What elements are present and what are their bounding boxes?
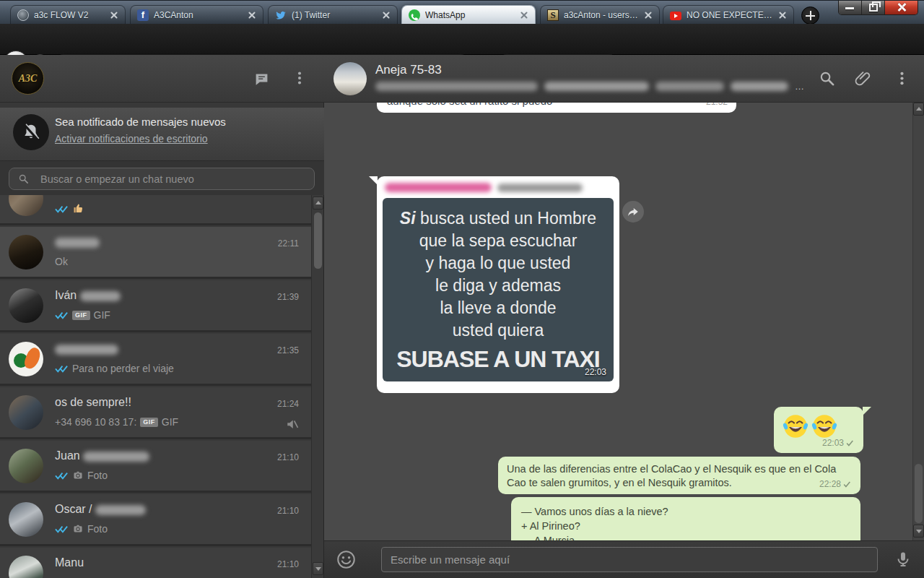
message-outgoing-text: — Vamos unos días a la nieve? + Al Pirin… bbox=[511, 497, 860, 540]
share-forward-icon bbox=[627, 205, 640, 218]
tab-close-icon[interactable] bbox=[520, 11, 528, 20]
tab-facebook[interactable]: f A3CAnton bbox=[130, 5, 263, 25]
redacted-participants bbox=[544, 82, 649, 91]
avatar bbox=[9, 195, 43, 216]
scroll-up-button[interactable] bbox=[313, 197, 323, 210]
notification-title: Sea notificado de mensajes nuevos bbox=[55, 116, 226, 128]
kebab-menu-icon[interactable] bbox=[894, 70, 910, 87]
list-item[interactable]: os de sempre!! 21:24 +34 696 10 83 17: G… bbox=[0, 387, 312, 439]
tab-whatsapp-active[interactable]: WhatsApp bbox=[401, 5, 536, 25]
scroll-down-button[interactable] bbox=[913, 525, 924, 538]
message-incoming-partial: aunque solo sea un ratito si puedo 21:52 bbox=[377, 103, 736, 113]
list-item-partial[interactable] bbox=[0, 195, 312, 225]
chat-time: 21:39 bbox=[277, 292, 299, 302]
bell-muted-icon bbox=[13, 114, 49, 150]
message-line: + Al Pirineo? bbox=[511, 519, 860, 533]
conversation-scrollbar bbox=[912, 103, 924, 540]
window-close-button[interactable] bbox=[885, 1, 918, 14]
new-chat-icon[interactable] bbox=[254, 72, 269, 87]
message-text: aunque solo sea un ratito si puedo bbox=[387, 103, 552, 107]
list-item[interactable]: 22:11 Ok bbox=[0, 227, 312, 279]
list-item[interactable]: Iván 21:39 GIF GIF bbox=[0, 280, 312, 332]
whatsapp-favicon bbox=[409, 9, 420, 21]
tab-title: A3CAnton bbox=[154, 10, 243, 20]
chat-search-box[interactable] bbox=[9, 168, 315, 190]
youtube-favicon bbox=[670, 12, 681, 20]
face-with-tears-of-joy-emoji bbox=[811, 413, 837, 439]
double-check-icon bbox=[55, 204, 69, 213]
message-time: 21:52 bbox=[706, 103, 728, 107]
tab-close-icon[interactable] bbox=[644, 11, 653, 20]
scroll-up-button[interactable] bbox=[913, 103, 924, 116]
chat-name: Iván bbox=[55, 289, 121, 302]
forward-message-button[interactable] bbox=[622, 201, 644, 223]
new-tab-button[interactable] bbox=[801, 7, 819, 25]
chat-search-input[interactable] bbox=[39, 173, 305, 186]
camera-icon bbox=[72, 470, 84, 480]
participants-line: … bbox=[375, 81, 804, 92]
tab-twitter[interactable]: (1) Twitter bbox=[268, 5, 398, 25]
search-conversation-icon[interactable] bbox=[819, 70, 835, 87]
profile-avatar[interactable]: A3C bbox=[12, 62, 44, 95]
double-check-icon bbox=[55, 471, 69, 480]
microphone-icon[interactable] bbox=[894, 551, 912, 568]
tab-close-icon[interactable] bbox=[382, 11, 391, 20]
browser-nav-bar: https://web.whatsapp.com/ S bbox=[0, 24, 924, 55]
window-controls bbox=[838, 1, 918, 15]
chat-preview: GIF GIF bbox=[55, 309, 110, 321]
redacted-name bbox=[80, 291, 121, 301]
avatar bbox=[9, 449, 43, 483]
message-incoming-image: Si busca usted un Hombre que la sepa esc… bbox=[377, 176, 619, 393]
avatar bbox=[9, 502, 43, 537]
camera-icon bbox=[72, 524, 84, 534]
chat-time: 21:35 bbox=[277, 345, 299, 355]
meme-image[interactable]: Si busca usted un Hombre que la sepa esc… bbox=[383, 198, 614, 381]
enable-notifications-link[interactable]: Activar notificaciones de escritorio bbox=[55, 133, 208, 144]
kebab-menu-icon[interactable] bbox=[292, 70, 308, 86]
tab-close-icon[interactable] bbox=[110, 11, 118, 20]
chat-name: Juan bbox=[55, 449, 149, 462]
tab-userstyle[interactable]: S a3cAnton - userstyle… bbox=[540, 5, 660, 25]
scrollbar-thumb[interactable] bbox=[314, 212, 322, 269]
avatar bbox=[9, 235, 43, 269]
paperclip-icon[interactable] bbox=[855, 70, 871, 87]
message-input[interactable] bbox=[381, 547, 878, 572]
redacted-name bbox=[95, 505, 146, 515]
tab-close-icon[interactable] bbox=[778, 11, 787, 20]
sender-line bbox=[385, 183, 583, 192]
redacted-participants bbox=[655, 82, 724, 91]
tab-a3c-flow[interactable]: a3c FLOW V2 bbox=[10, 5, 126, 25]
stylish-favicon: S bbox=[547, 9, 559, 21]
window-minimize-button[interactable] bbox=[839, 1, 862, 14]
tab-title: (1) Twitter bbox=[292, 10, 377, 20]
search-zone bbox=[0, 161, 324, 195]
browser-window: a3c FLOW V2 f A3CAnton (1) Twitter Whats… bbox=[0, 0, 924, 578]
notification-banner[interactable]: Sea notificado de mensajes nuevos Activa… bbox=[0, 108, 324, 161]
chat-list: 22:11 Ok Iván 21:39 GIF GIF 2 bbox=[0, 195, 312, 578]
conversation-header[interactable]: Aneja 75-83 … bbox=[324, 55, 924, 103]
tab-title: WhatsApp bbox=[425, 10, 515, 20]
chat-preview: Ok bbox=[55, 256, 68, 267]
list-item[interactable]: Oscar / 21:10 Foto bbox=[0, 494, 312, 546]
emoji-smiley-icon[interactable] bbox=[336, 550, 356, 569]
chat-preview: Foto bbox=[55, 470, 108, 481]
face-with-tears-of-joy-emoji bbox=[783, 413, 808, 439]
chat-name: os de sempre!! bbox=[55, 396, 131, 409]
scroll-down-button[interactable] bbox=[313, 562, 323, 575]
message-outgoing-text: Una de las diferencias entre el ColaCao … bbox=[498, 457, 860, 494]
list-item[interactable]: Manu 21:10 Foto bbox=[0, 548, 312, 578]
a3c-flow-favicon bbox=[17, 9, 29, 21]
whatsapp-web-app: A3C Sea notificado de mensajes nuevos Ac… bbox=[0, 55, 924, 578]
list-item[interactable]: 21:35 Para no perder el viaje bbox=[0, 334, 312, 386]
speaker-muted-icon bbox=[286, 418, 299, 431]
facebook-favicon: f bbox=[137, 9, 149, 21]
list-item[interactable]: Juan 21:10 Foto bbox=[0, 441, 312, 493]
group-avatar[interactable] bbox=[334, 62, 367, 95]
tab-youtube[interactable]: NO ONE EXPECTED … bbox=[663, 5, 794, 25]
single-check-icon bbox=[846, 439, 856, 447]
tab-close-icon[interactable] bbox=[248, 11, 256, 20]
window-restore-button[interactable] bbox=[862, 1, 885, 14]
single-check-icon bbox=[843, 480, 853, 488]
redacted-participants bbox=[731, 82, 788, 91]
scrollbar-thumb[interactable] bbox=[915, 464, 923, 523]
